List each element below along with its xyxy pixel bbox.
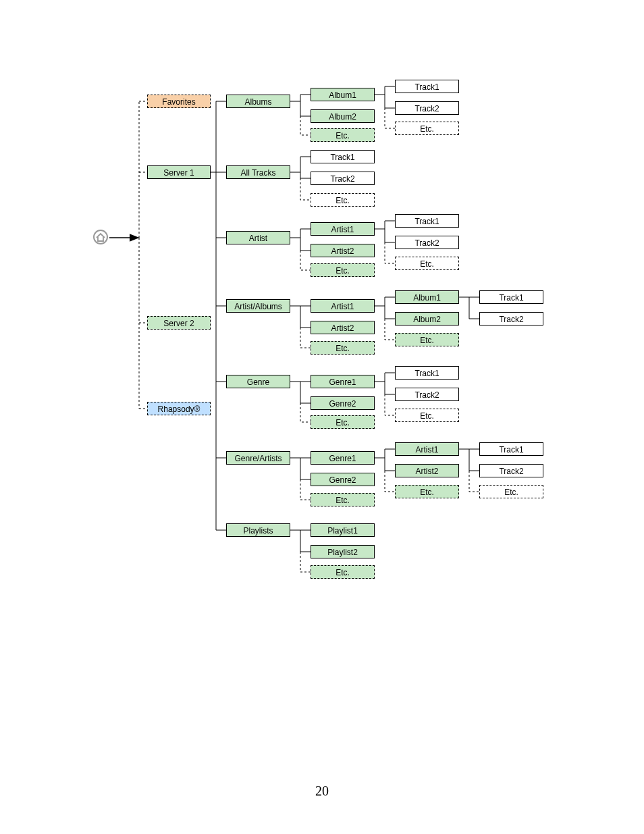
album-track1: Track1 xyxy=(395,80,459,93)
aa-track2: Track2 xyxy=(479,312,543,325)
cat-playlists: Playlists xyxy=(226,523,290,537)
nav-server1: Server 1 xyxy=(147,165,211,179)
artist-track-etc: Etc. xyxy=(395,257,459,270)
playlist2: Playlist2 xyxy=(311,545,375,558)
cat-genre-artists: Genre/Artists xyxy=(226,451,290,465)
ga-track1: Track1 xyxy=(479,442,543,456)
alltracks-etc: Etc. xyxy=(311,193,375,207)
nav-favorites: Favorites xyxy=(147,95,211,108)
artist1: Artist1 xyxy=(311,222,375,236)
aa-album2: Album2 xyxy=(395,312,459,325)
album-track2: Track2 xyxy=(395,101,459,115)
genre2: Genre2 xyxy=(311,396,375,410)
artist-etc: Etc. xyxy=(311,263,375,277)
albums-etc: Etc. xyxy=(311,128,375,142)
aa-etc: Etc. xyxy=(311,341,375,355)
artist-track2: Track2 xyxy=(395,236,459,249)
cat-genre: Genre xyxy=(226,375,290,388)
genre1: Genre1 xyxy=(311,375,375,388)
ga-genre1: Genre1 xyxy=(311,451,375,465)
aa-artist2: Artist2 xyxy=(311,321,375,334)
genre-track1: Track1 xyxy=(395,366,459,380)
ga-artist1: Artist1 xyxy=(395,442,459,456)
ga-etc: Etc. xyxy=(311,493,375,506)
playlist1: Playlist1 xyxy=(311,523,375,537)
aa-artist1: Artist1 xyxy=(311,299,375,313)
cat-artist-albums: Artist/Albums xyxy=(226,299,290,313)
ga-track2: Track2 xyxy=(479,464,543,477)
cat-albums: Albums xyxy=(226,95,290,108)
alltracks-track1: Track1 xyxy=(311,150,375,163)
ga-track-etc: Etc. xyxy=(479,485,543,498)
album1: Album1 xyxy=(311,88,375,101)
album2: Album2 xyxy=(311,109,375,123)
ga-artist-etc: Etc. xyxy=(395,485,459,498)
alltracks-track2: Track2 xyxy=(311,172,375,185)
cat-artist: Artist xyxy=(226,231,290,244)
nav-server2: Server 2 xyxy=(147,316,211,330)
aa-track1: Track1 xyxy=(479,290,543,304)
artist2: Artist2 xyxy=(311,244,375,257)
album-track-etc: Etc. xyxy=(395,122,459,135)
ga-artist2: Artist2 xyxy=(395,464,459,477)
nav-rhapsody: Rhapsody® xyxy=(147,402,211,415)
page-number: 20 xyxy=(0,783,644,799)
artist-track1: Track1 xyxy=(395,214,459,228)
aa-album1: Album1 xyxy=(395,290,459,304)
playlist-etc: Etc. xyxy=(311,565,375,579)
svg-point-1 xyxy=(94,230,107,244)
aa-album-etc: Etc. xyxy=(395,333,459,346)
cat-alltracks: All Tracks xyxy=(226,165,290,179)
genre-track2: Track2 xyxy=(395,388,459,401)
genre-etc: Etc. xyxy=(311,415,375,429)
genre-track-etc: Etc. xyxy=(395,409,459,422)
ga-genre2: Genre2 xyxy=(311,473,375,486)
